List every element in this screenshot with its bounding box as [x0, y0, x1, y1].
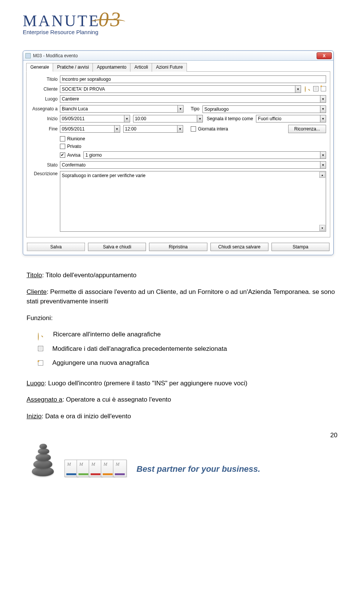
- checkbox-riunione[interactable]: [60, 136, 65, 141]
- button-ricorrenza[interactable]: Ricorrenza...: [288, 125, 326, 133]
- button-stampa[interactable]: Stampa: [271, 243, 329, 251]
- fine-ora-dropdown[interactable]: ▼: [177, 125, 183, 133]
- dialog-button-bar: Salva Salva e chiudi Ripristina Chiudi s…: [23, 240, 333, 255]
- input-stato[interactable]: Confermato: [60, 161, 320, 169]
- tab-articoli[interactable]: Articoli: [130, 63, 152, 72]
- logo-main: MANUTE: [23, 12, 100, 30]
- label-giornata: Giornata intera: [198, 126, 228, 132]
- checkbox-giornata[interactable]: [191, 126, 196, 132]
- input-cliente[interactable]: SOCIETA' DI PROVA: [60, 85, 295, 93]
- search-icon: [38, 331, 44, 338]
- checkbox-avvisa[interactable]: [60, 152, 65, 158]
- tab-appuntamento[interactable]: Appuntamento: [93, 63, 130, 72]
- tab-azioni-future[interactable]: Azioni Future: [152, 63, 187, 72]
- edit-icon: [38, 346, 43, 351]
- term-inizio: Inizio: [27, 413, 42, 420]
- scrollbar-up[interactable]: ▴: [319, 172, 325, 178]
- logo-tagline: Enterprise Resource Planning: [23, 29, 341, 35]
- fine-data-dropdown[interactable]: ▼: [114, 125, 120, 133]
- button-salva-chiudi[interactable]: Salva e chiudi: [88, 243, 146, 251]
- label-stato: Stato: [30, 162, 60, 168]
- stones-graphic: [27, 443, 61, 477]
- term-assegnato: Assegnato a: [27, 396, 63, 403]
- inizio-data-dropdown[interactable]: ▼: [124, 115, 130, 122]
- scrollbar-down[interactable]: ▾: [319, 225, 325, 231]
- input-segnala[interactable]: Fuori ufficio: [256, 115, 320, 122]
- para-inizio: Inizio: Data e ora di inizio dell'evento: [27, 411, 337, 421]
- input-inizio-data[interactable]: 05/05/2011: [60, 115, 124, 122]
- dialog-title: M03 - Modifica evento: [33, 53, 317, 58]
- bullet-modificare: Modificare i dati dell'anagrafica preced…: [27, 344, 337, 354]
- para-assegnato: Assegnato a: Operatore a cui è assegnato…: [27, 395, 337, 405]
- input-assegnato[interactable]: Bianchi Luca: [60, 105, 177, 113]
- product-boxes-graphic: [64, 460, 125, 477]
- bullet-aggiungere: Aggiungere una nuova anagrafica: [27, 358, 337, 368]
- input-inizio-ora[interactable]: 10:00: [133, 115, 197, 122]
- term-luogo: Luogo: [27, 380, 44, 387]
- label-segnala: Segnala il tempo come: [203, 116, 256, 121]
- tipo-dropdown-button[interactable]: ▼: [320, 105, 326, 113]
- new-icon[interactable]: [321, 86, 326, 91]
- term-cliente: Cliente: [27, 288, 47, 295]
- dialog-window: M03 - Modifica evento X Generale Pratich…: [23, 50, 334, 255]
- button-salva[interactable]: Salva: [27, 243, 85, 251]
- para-funzioni: Funzioni:: [27, 313, 337, 323]
- label-inizio: Inizio: [30, 116, 60, 121]
- search-icon[interactable]: [305, 86, 311, 92]
- checkbox-privato[interactable]: [60, 144, 65, 149]
- button-ripristina[interactable]: Ripristina: [149, 243, 207, 251]
- avvisa-dropdown-button[interactable]: ▼: [320, 151, 326, 159]
- close-button[interactable]: X: [317, 52, 332, 59]
- footer-tagline: Best partner for your business.: [129, 464, 341, 474]
- label-titolo: Titolo: [30, 77, 60, 82]
- input-fine-data[interactable]: 05/05/2011: [60, 125, 114, 133]
- dialog-titlebar: M03 - Modifica evento X: [23, 51, 333, 61]
- assegnato-dropdown-button[interactable]: ▼: [177, 105, 184, 113]
- cliente-dropdown-button[interactable]: ▼: [295, 85, 301, 93]
- tab-panel-generale: Titolo Incontro per sopralluogo Cliente …: [26, 71, 330, 237]
- tab-pratiche[interactable]: Pratiche / avvisi: [53, 63, 93, 72]
- para-titolo: Titolo: Titolo dell'evento/appuntamento: [27, 270, 337, 280]
- textarea-descrizione[interactable]: Sopralluogo in cantiere per verifiche va…: [60, 171, 326, 232]
- button-chiudi-senza-salvare[interactable]: Chiudi senza salvare: [210, 243, 268, 251]
- label-cliente: Cliente: [30, 86, 60, 92]
- logo-accent: 03: [99, 8, 122, 31]
- edit-icon[interactable]: [313, 86, 318, 91]
- label-assegnato: Assegnato a: [30, 106, 60, 111]
- tab-strip: Generale Pratiche / avvisi Appuntamento …: [23, 61, 333, 72]
- para-cliente: Cliente: Permette di associare l'evento …: [27, 287, 337, 306]
- label-descrizione: Descrizione: [30, 171, 60, 176]
- page-number: 20: [330, 432, 337, 439]
- label-fine: Fine: [30, 126, 60, 132]
- label-avvisa: Avvisa: [67, 152, 80, 158]
- input-tipo[interactable]: Sopralluogo: [202, 105, 320, 113]
- label-luogo: Luogo: [30, 96, 60, 102]
- bullet-ricercare: Ricercare all'interno delle anagrafiche: [27, 330, 337, 339]
- tab-generale[interactable]: Generale: [26, 63, 53, 72]
- para-luogo: Luogo: Luogo dell'incontro (premere il t…: [27, 378, 337, 388]
- document-body: Titolo: Titolo dell'evento/appuntamento …: [0, 259, 364, 435]
- app-icon: [25, 53, 31, 58]
- term-titolo: Titolo: [27, 272, 42, 279]
- stato-dropdown-button[interactable]: ▼: [320, 161, 326, 169]
- label-riunione: Riunione: [67, 136, 85, 141]
- logo-wordmark: MANUTE 03: [23, 8, 341, 31]
- new-icon: [38, 360, 43, 366]
- input-luogo[interactable]: Cantiere: [60, 95, 320, 103]
- label-privato: Privato: [67, 144, 81, 149]
- inizio-ora-dropdown[interactable]: ▼: [197, 115, 203, 122]
- input-titolo[interactable]: Incontro per sopralluogo: [60, 75, 326, 83]
- luogo-dropdown-button[interactable]: ▼: [320, 95, 326, 103]
- input-avvisa[interactable]: 1 giorno: [83, 151, 320, 159]
- segnala-dropdown-button[interactable]: ▼: [320, 115, 326, 122]
- header-logo: MANUTE 03 Enterprise Resource Planning: [0, 0, 364, 39]
- page-footer: Best partner for your business.: [0, 435, 364, 481]
- label-tipo: Tipo: [184, 106, 202, 111]
- input-fine-ora[interactable]: 12:00: [123, 125, 177, 133]
